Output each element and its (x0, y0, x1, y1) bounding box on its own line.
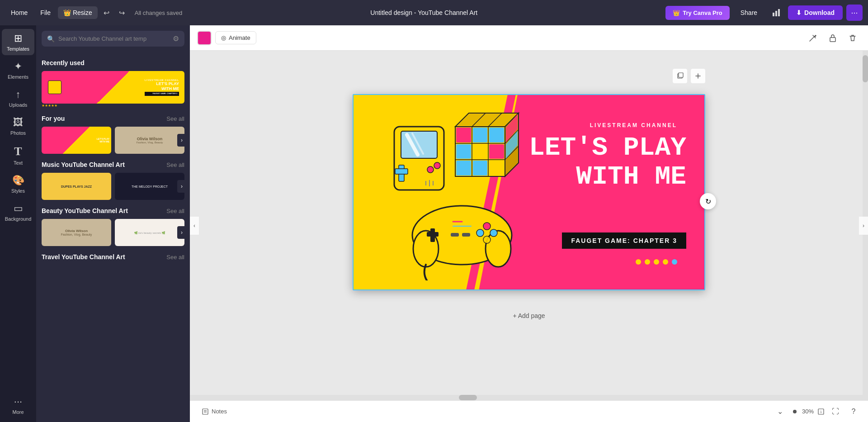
canvas-dots (636, 259, 677, 265)
search-icon: 🔍 (47, 35, 55, 43)
canvas-livestream-label: LIVESTREAM CHANNEL (590, 122, 677, 128)
more-icon: ··· (14, 396, 22, 408)
more-options-button[interactable]: ··· (846, 5, 863, 21)
bottom-bar: Notes ⌄ 30% 1 ⛶ ? (190, 400, 868, 422)
for-you-next-arrow[interactable]: › (177, 134, 186, 147)
template-beauty1[interactable]: Olivia Wilson Fashion, Vlog, Beauty (42, 219, 111, 246)
svg-rect-23 (473, 128, 487, 142)
svg-rect-5 (679, 73, 683, 77)
page-icon: 1 (817, 408, 825, 415)
sidebar-item-elements[interactable]: ✦ Elements (2, 57, 34, 83)
svg-point-42 (490, 229, 497, 237)
lock-icon (829, 34, 837, 42)
h-scrollbar-thumb[interactable] (459, 395, 477, 400)
add-icon (694, 72, 702, 80)
template-beauty2[interactable]: 🌿 ria's beauty secrets 🌿 (115, 219, 184, 246)
dot-3 (654, 259, 659, 265)
text-icon: T (14, 145, 22, 158)
canvas-top-controls (353, 69, 705, 83)
template-gaming-pink-small[interactable]: LET'S PLAYWITH ME (42, 127, 111, 154)
music-next-arrow[interactable]: › (177, 180, 186, 193)
sidebar-label-photos: Photos (10, 130, 26, 136)
recently-used-section: LIVESTREAM CHANNEL LET'S PLAY WITH ME FA… (42, 71, 184, 108)
panel-content: Recently used LIVESTREAM CHANNEL LET'S P… (36, 52, 190, 422)
top-bar: Home File 👑 Resize ↩ ↪ All changes saved… (0, 0, 868, 25)
svg-rect-30 (489, 161, 504, 175)
canvas-area: ◎ Animate (190, 25, 868, 422)
dot-2 (645, 259, 650, 265)
scrollbar-thumb[interactable] (863, 55, 868, 82)
horizontal-scrollbar[interactable] (190, 395, 863, 400)
magic-wand-button[interactable] (805, 30, 821, 46)
hide-pages-button[interactable]: ⌄ (773, 404, 788, 419)
for-you-title: For you (42, 115, 65, 122)
fullscreen-button[interactable]: ⛶ (828, 404, 843, 419)
notes-button[interactable]: Notes (197, 405, 231, 418)
download-button[interactable]: ⬇ Download (788, 5, 843, 20)
add-page-top-button[interactable] (691, 69, 705, 83)
scroll-right-button[interactable]: › (859, 217, 868, 235)
animate-button[interactable]: ◎ Animate (215, 31, 256, 44)
sidebar-item-uploads[interactable]: ↑ Uploads (2, 85, 34, 111)
beauty-title: Beauty YouTube Channel Art (42, 207, 128, 214)
svg-rect-46 (462, 233, 470, 237)
beauty-next-arrow[interactable]: › (177, 226, 186, 239)
animate-icon: ◎ (221, 34, 226, 41)
travel-see-all[interactable]: See all (166, 254, 184, 261)
travel-title: Travel YouTube Channel Art (42, 253, 125, 261)
analytics-icon (772, 8, 781, 17)
scroll-left-button[interactable]: ‹ (190, 217, 199, 235)
file-button[interactable]: File (35, 6, 56, 19)
add-page-button[interactable]: + Add page (505, 308, 552, 323)
search-input[interactable] (58, 35, 169, 42)
rotate-button[interactable]: ↻ (700, 193, 716, 209)
redo-button[interactable]: ↪ (115, 5, 129, 20)
crown-icon-pro: 👑 (673, 9, 680, 16)
beauty-see-all[interactable]: See all (166, 208, 184, 214)
template-olivia-wilson[interactable]: Olivia Wilson Fashion, Vlog, Beauty (115, 127, 184, 154)
sidebar-item-text[interactable]: T Text (2, 141, 34, 169)
help-button[interactable]: ? (846, 404, 861, 419)
lock-button[interactable] (825, 30, 841, 46)
sidebar-item-photos[interactable]: 🖼 Photos (2, 113, 34, 139)
beauty-grid: Olivia Wilson Fashion, Vlog, Beauty 🌿 ri… (42, 219, 184, 246)
resize-button[interactable]: 👑 Resize (58, 6, 98, 19)
thumb-game-icon (48, 81, 61, 94)
template-gaming-pink-wide[interactable]: LIVESTREAM CHANNEL LET'S PLAY WITH ME FA… (42, 71, 184, 104)
top-bar-right: 👑 Try Canva Pro Share ⬇ Download ··· (665, 5, 863, 21)
template-jazz[interactable]: DUPES PLAYS JAZZ (42, 173, 111, 200)
analytics-button[interactable] (768, 5, 784, 21)
trash-button[interactable] (844, 30, 861, 46)
sidebar-item-templates[interactable]: ⊞ Templates (2, 29, 34, 55)
for-you-see-all[interactable]: See all (166, 115, 184, 122)
sidebar-item-background[interactable]: ▭ Background (2, 199, 34, 225)
undo-button[interactable]: ↩ (99, 5, 114, 20)
try-canva-pro-button[interactable]: 👑 Try Canva Pro (665, 6, 729, 20)
music-see-all[interactable]: See all (166, 161, 184, 168)
svg-rect-25 (456, 144, 471, 159)
svg-rect-45 (451, 233, 459, 237)
dot-indicator (793, 410, 797, 413)
copy-page-button[interactable] (673, 69, 687, 83)
svg-point-12 (427, 166, 434, 173)
template-stars: ★★★★★ (42, 104, 184, 108)
svg-rect-29 (473, 161, 487, 175)
dot-1 (636, 259, 641, 265)
sidebar-item-more[interactable]: ··· More (2, 392, 34, 418)
svg-rect-27 (489, 144, 504, 159)
color-swatch[interactable] (197, 31, 212, 45)
share-button[interactable]: Share (733, 5, 764, 20)
svg-rect-28 (456, 161, 471, 175)
notes-icon (202, 408, 209, 415)
canvas-scroll[interactable]: ‹ (190, 51, 868, 400)
sidebar-item-styles[interactable]: 🎨 Styles (2, 171, 34, 197)
filter-button[interactable]: ⚙ (173, 34, 179, 43)
template-melody[interactable]: THE MELODY PROJECT (115, 173, 184, 200)
toolbar-right (805, 30, 861, 46)
styles-icon: 🎨 (12, 175, 24, 186)
background-icon: ▭ (14, 203, 23, 214)
design-canvas[interactable]: LIVESTREAM CHANNEL LET'S PLAY WITH ME FA… (353, 94, 705, 290)
sidebar-label-more: More (12, 409, 24, 415)
for-you-grid: LET'S PLAYWITH ME Olivia Wilson Fashion,… (42, 127, 184, 154)
home-button[interactable]: Home (5, 6, 33, 19)
